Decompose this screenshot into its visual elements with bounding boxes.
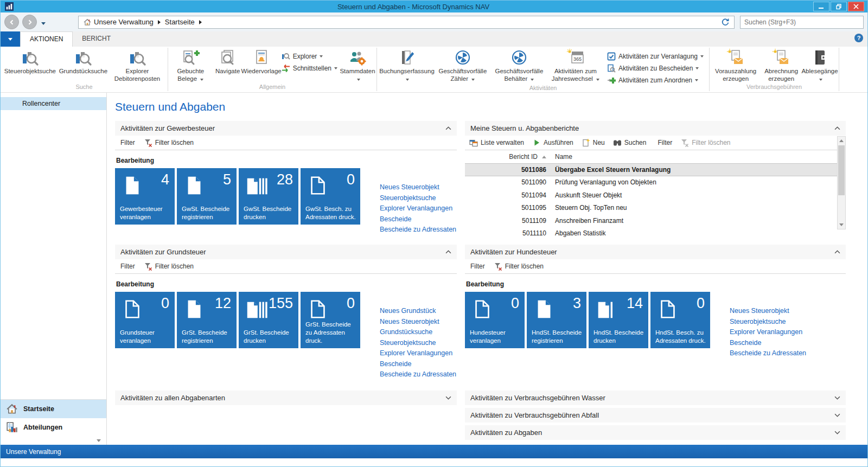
chevron-down-icon[interactable] [834,431,840,434]
link-bescheide[interactable]: Bescheide [730,338,806,349]
wiedervorlage-button[interactable]: Wiedervorlage [245,48,278,76]
section-header-abfall[interactable]: Aktivitäten zu Verbrauchsgebühren Abfall [465,408,846,423]
chevron-up-icon[interactable] [445,126,451,130]
link-explorer-veranlagungen[interactable]: Explorer Veranlagungen [730,327,806,338]
cue-tile-grundsteuer-veranlagen[interactable]: 0 Grundsteuer veranlagen [115,292,175,348]
explorer-button[interactable]: Explorer [282,52,337,61]
cue-tile-grst-bescheide-registrieren[interactable]: 12 GrSt. Bescheide registrieren [177,292,237,348]
cue-tile-hndst-bescheide-drucken[interactable]: 14 HndSt. Bescheide drucken [589,292,648,348]
section-header-hundesteuer[interactable]: Aktivitäten zur Hundesteuer [465,245,846,259]
chevron-down-icon[interactable] [834,396,840,400]
forward-button[interactable] [22,15,37,29]
clear-filter-button[interactable]: Filter löschen [494,262,544,271]
scroll-down-button[interactable] [838,221,845,229]
chevron-up-icon[interactable] [834,126,840,130]
link-steuerobjektsuche[interactable]: Steuerobjektsuche [380,193,456,204]
navigate-button[interactable]: Navigate [211,48,245,76]
cue-tile-hndst-bescheide-registrieren[interactable]: 3 HndSt. Bescheide registrieren [527,292,586,348]
link-neues-steuerobjekt[interactable]: Neues Steuerobjekt [730,306,806,317]
cue-tile-hundesteuer-veranlagen[interactable]: 0 Hundesteuer veranlagen [465,292,525,348]
aktivitaeten-veranlagung-button[interactable]: Aktivitäten zur Veranlagung [607,52,704,61]
link-explorer-veranlagungen[interactable]: Explorer Veranlagungen [380,203,456,214]
report-row[interactable]: 5011109 Anschreiben Finanzamt [465,214,846,227]
report-row[interactable]: 5011095 Steuern Obj. TopTen neu [465,202,846,215]
link-neues-steuerobjekt[interactable]: Neues Steuerobjekt [380,317,456,328]
minimize-button[interactable] [813,2,829,11]
scroll-up-button[interactable] [838,137,845,145]
breadcrumb-item-verwaltung[interactable]: Unsere Verwaltung [94,18,154,26]
filter-button[interactable]: Filter [470,263,485,270]
sidebar-expander[interactable] [1,437,106,445]
link-bescheide[interactable]: Bescheide [380,359,456,370]
search-box[interactable] [740,16,864,29]
chevron-down-icon[interactable] [445,396,451,400]
breadcrumb-item-startseite[interactable]: Startseite [165,18,195,26]
ablesegaenge-button[interactable]: Ablesegänge [803,48,837,84]
sidebar-item-startseite[interactable]: Startseite [1,400,106,418]
steuerobjektsuche-button[interactable]: Steuerobjektsuche [3,48,58,76]
link-steuerobjektsuche[interactable]: Steuerobjektsuche [380,338,456,349]
filter-button[interactable]: Filter [120,263,135,270]
scrollbar-thumb[interactable] [838,145,845,195]
aktivitaeten-bescheiden-button[interactable]: Aktivitäten zu Bescheiden [607,64,704,73]
report-row[interactable]: 5011090 Prüfung Veranlagung von Objekten [465,176,846,189]
report-row[interactable]: 5011110 Abgaben Statistik [465,227,846,240]
buchungserfassung-button[interactable]: Buchungserfassung [379,48,435,84]
cue-tile-gwst-bescheide-registrieren[interactable]: 5 GwSt. Bescheide registrieren [177,168,237,225]
cue-tile-grst-bescheide-drucken[interactable]: 155 GrSt. Bescheide drucken [239,292,298,348]
section-header-berichte[interactable]: Meine Steuern u. Abgabenberichte [465,121,846,136]
app-menu-button[interactable] [1,31,20,47]
run-button[interactable]: Ausführen [532,138,573,147]
link-bescheide[interactable]: Bescheide [380,214,456,225]
section-header-wasser[interactable]: Aktivitäten zu Verbrauchsgebühren Wasser [465,391,846,405]
filter-button[interactable]: Filter [658,139,672,146]
geschaeftsvorfaelle-zaehler-button[interactable]: Geschäftsvorfälle Zähler [435,48,491,84]
link-neues-grundstueck[interactable]: Neues Grundstück [380,306,456,317]
clear-filter-button[interactable]: Filter löschen [680,138,730,147]
help-icon[interactable]: ? [854,34,863,42]
column-header-name[interactable]: Name [546,153,572,161]
link-steuerobjektsuche[interactable]: Steuerobjektsuche [730,317,806,328]
section-header-grundsteuer[interactable]: Aktivitäten zur Grundsteuer [115,245,457,259]
manage-list-button[interactable]: Liste verwalten [469,138,524,147]
link-bescheide-zu-adressaten[interactable]: Bescheide zu Adressaten [380,369,456,380]
section-header-abgaben[interactable]: Aktivitäten zu Abgaben [465,425,846,440]
aktivitaeten-anordnen-button[interactable]: Aktivitäten zum Anordnen [607,76,704,85]
breadcrumb[interactable]: Unsere Verwaltung Startseite [78,16,735,29]
explorer-debitorenposten-button[interactable]: Explorer Debitorenposten [109,48,165,84]
back-button[interactable] [4,15,19,29]
cue-tile-hndst-besch-adressaten[interactable]: 0 HndSt. Besch. zu Adressaten druck. [650,292,710,348]
cue-tile-gwst-besch-adressaten[interactable]: 0 GwSt. Besch. zu Adressaten druck. [301,168,360,225]
jahreswechsel-button[interactable]: 365 Aktivitäten zum Jahreswechsel [547,48,604,84]
cue-tile-grst-bescheide-adressaten[interactable]: 0 GrSt. Bescheide zu Adressaten druck. [301,292,360,348]
link-explorer-veranlagungen[interactable]: Explorer Veranlagungen [380,348,456,359]
vorauszahlung-erzeugen-button[interactable]: Vorauszahlung erzeugen [712,48,760,84]
grundstuecksuche-button[interactable]: Grundstücksuche [58,48,109,76]
link-neues-steuerobjekt[interactable]: Neues Steuerobjekt [380,182,456,193]
tab-bericht[interactable]: BERICHT [73,31,120,47]
link-bescheide-zu-adressaten[interactable]: Bescheide zu Adressaten [380,225,456,235]
clear-filter-button[interactable]: Filter löschen [144,262,194,271]
chevron-up-icon[interactable] [445,250,451,254]
gebuchte-belege-button[interactable]: Gebuchte Belege [170,48,211,84]
geschaeftsvorfaelle-behaelter-button[interactable]: Geschäftsvorfälle Behälter [491,48,547,84]
report-row[interactable]: 5011094 Auskunft Steuer Objekt [465,189,846,202]
column-header-bericht-id[interactable]: Bericht ID [465,153,546,161]
cue-tile-gewerbesteuer-veranlagen[interactable]: 4 Gewerbesteuer veranlagen [115,168,175,225]
scrollbar[interactable] [837,136,846,229]
sidebar-item-rollencenter[interactable]: Rollencenter [1,97,106,110]
sidebar-item-abteilungen[interactable]: Abteilungen [1,418,106,437]
report-row[interactable]: 5011086 Übergabe Excel Steuern Veranlagu… [465,163,846,176]
new-button[interactable]: Neu [582,138,605,147]
link-grundstuecksuche[interactable]: Grundstücksuche [380,327,456,338]
section-header-gewerbesteuer[interactable]: Aktivitäten zur Gewerbesteuer [115,121,457,136]
search-button[interactable]: Suchen [613,138,647,147]
section-header-abgabenarten[interactable]: Aktivitäten zu allen Abgabenarten [115,391,457,405]
restore-button[interactable] [831,2,847,11]
tab-aktionen[interactable]: AKTIONEN [20,31,73,47]
chevron-up-icon[interactable] [834,250,840,254]
schnittstellen-button[interactable]: Schnittstellen [282,64,337,73]
clear-filter-button[interactable]: Filter löschen [144,138,194,147]
cue-tile-gwst-bescheide-drucken[interactable]: 28 GwSt. Bescheide drucken [239,168,298,225]
link-bescheide-zu-adressaten[interactable]: Bescheide zu Adressaten [730,348,806,359]
